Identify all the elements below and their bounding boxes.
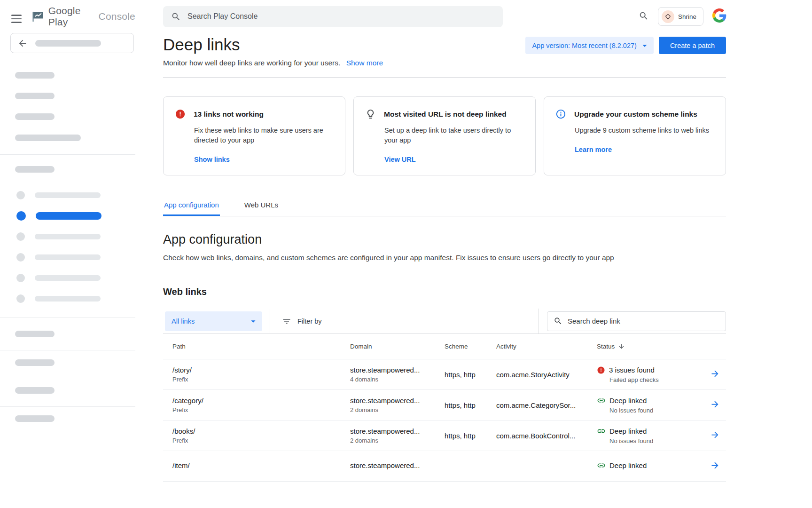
link-icon xyxy=(597,461,606,470)
menu-button[interactable] xyxy=(11,10,22,23)
card-title: Most visited URL is not deep linked xyxy=(384,109,507,119)
deep-link-search[interactable] xyxy=(547,311,726,331)
most-visited-url-card: Most visited URL is not deep linked Set … xyxy=(353,96,536,175)
domain-count: 2 domains xyxy=(350,406,445,413)
topbar: Shrine xyxy=(135,0,812,33)
logo-text-secondary: Console xyxy=(99,11,135,22)
sidebar-divider xyxy=(0,350,135,350)
google-logo[interactable] xyxy=(712,8,726,24)
logo-text-primary: Google Play xyxy=(48,5,96,28)
global-search-input[interactable] xyxy=(187,12,495,21)
skeleton-bar xyxy=(35,40,101,47)
path-type: Prefix xyxy=(172,437,350,444)
path-type: Prefix xyxy=(172,406,350,413)
sidebar: Google Play Console xyxy=(0,0,135,508)
learn-more-link[interactable]: Learn more xyxy=(575,146,612,153)
skeleton-bar xyxy=(15,387,55,394)
skeleton-bar xyxy=(15,166,55,173)
filter-icon xyxy=(282,317,291,326)
sidebar-item[interactable] xyxy=(0,288,135,309)
sidebar-item-active[interactable] xyxy=(0,206,135,226)
domain-count: 4 domains xyxy=(350,376,445,383)
table-row[interactable]: /item/ store.steampowered... Deep linked xyxy=(163,451,726,482)
app-switcher-chip[interactable]: Shrine xyxy=(658,7,703,26)
shrine-app-icon xyxy=(662,10,674,23)
column-header-domain[interactable]: Domain xyxy=(350,343,445,350)
play-console-logo[interactable]: Google Play Console xyxy=(31,5,135,28)
create-patch-button[interactable]: Create a patch xyxy=(659,37,726,54)
upgrade-scheme-links-card: Upgrade your custom scheme links Upgrade… xyxy=(544,96,726,175)
app-version-dropdown[interactable]: App version: Most recent (8.2.027) xyxy=(525,37,653,54)
play-flag-icon xyxy=(31,10,44,23)
skeleton-bar xyxy=(36,212,102,220)
search-icon xyxy=(554,317,562,325)
status-value: Deep linked xyxy=(609,461,647,469)
back-navigation[interactable] xyxy=(10,33,134,53)
search-icon xyxy=(639,11,649,21)
sidebar-item-icon xyxy=(16,211,26,221)
view-url-link[interactable]: View URL xyxy=(384,156,416,163)
activity-value: com.acme.BookControl... xyxy=(496,432,597,440)
search-icon xyxy=(171,12,181,22)
status-value: 3 issues found xyxy=(609,366,655,374)
tab-web-urls[interactable]: Web URLs xyxy=(243,195,279,216)
row-detail-button[interactable] xyxy=(710,369,720,380)
sidebar-item-icon xyxy=(16,232,25,241)
table-row[interactable]: /category/ Prefix store.steampowered... … xyxy=(163,390,726,421)
card-body: Upgrade 9 custom scheme links to web lin… xyxy=(575,126,714,135)
row-detail-button[interactable] xyxy=(710,430,720,441)
arrow-forward-icon xyxy=(710,369,720,379)
sidebar-item[interactable] xyxy=(0,226,135,247)
column-header-status[interactable]: Status xyxy=(597,343,703,350)
skeleton-bar xyxy=(35,275,101,281)
scheme-value: https, http xyxy=(445,401,496,409)
status-value: Deep linked xyxy=(609,397,647,405)
show-more-link[interactable]: Show more xyxy=(346,59,383,67)
column-header-activity[interactable]: Activity xyxy=(496,343,597,350)
tab-app-configuration[interactable]: App configuration xyxy=(163,195,220,216)
arrow-forward-icon xyxy=(710,399,720,409)
status-header-label: Status xyxy=(597,343,615,350)
column-header-path[interactable]: Path xyxy=(163,343,350,350)
toolbar-divider xyxy=(539,309,539,333)
row-detail-button[interactable] xyxy=(710,399,720,411)
section-title: App configuration xyxy=(163,232,726,247)
domain-value: store.steampowered... xyxy=(350,397,445,405)
link-icon xyxy=(597,427,606,436)
table-row[interactable]: /books/ Prefix store.steampowered... 2 d… xyxy=(163,421,726,451)
page-subtitle: Monitor how well deep links are working … xyxy=(163,59,340,67)
toolbar-divider xyxy=(270,309,270,333)
row-detail-button[interactable] xyxy=(710,460,720,472)
filter-by-button[interactable]: Filter by xyxy=(282,317,322,326)
chevron-down-icon xyxy=(248,316,258,326)
domain-value: store.steampowered... xyxy=(350,366,445,374)
skeleton-bar xyxy=(15,113,55,120)
table-row[interactable]: /story/ Prefix store.steampowered... 4 d… xyxy=(163,359,726,390)
scheme-value: https, http xyxy=(445,432,496,440)
web-links-heading: Web links xyxy=(163,286,726,297)
search-icon-button[interactable] xyxy=(639,11,649,23)
app-version-label: App version: Most recent (8.2.027) xyxy=(532,42,636,49)
arrow-forward-icon xyxy=(710,430,720,440)
page-title: Deep links xyxy=(163,35,383,55)
sidebar-item-icon xyxy=(16,253,25,262)
global-search[interactable] xyxy=(163,6,503,27)
status-value: Deep linked xyxy=(609,427,647,435)
sidebar-item[interactable] xyxy=(0,247,135,268)
insight-cards: 13 links not working Fix these web links… xyxy=(163,96,726,175)
path-value: /item/ xyxy=(172,461,350,469)
links-filter-select[interactable]: All links xyxy=(165,311,262,331)
sidebar-item-icon xyxy=(16,274,25,282)
sidebar-item[interactable] xyxy=(0,268,135,288)
show-links-link[interactable]: Show links xyxy=(194,156,230,163)
skeleton-bar xyxy=(35,234,101,239)
skeleton-bar xyxy=(15,415,55,422)
chevron-down-icon xyxy=(640,40,650,51)
column-header-scheme[interactable]: Scheme xyxy=(445,343,496,350)
deep-link-search-input[interactable] xyxy=(568,317,719,325)
table-toolbar: All links Filter by xyxy=(163,309,726,334)
card-title: 13 links not working xyxy=(194,109,264,119)
section-description: Check how web links, domains, and custom… xyxy=(163,254,726,262)
sidebar-item[interactable] xyxy=(0,185,135,206)
arrow-forward-icon xyxy=(710,460,720,470)
